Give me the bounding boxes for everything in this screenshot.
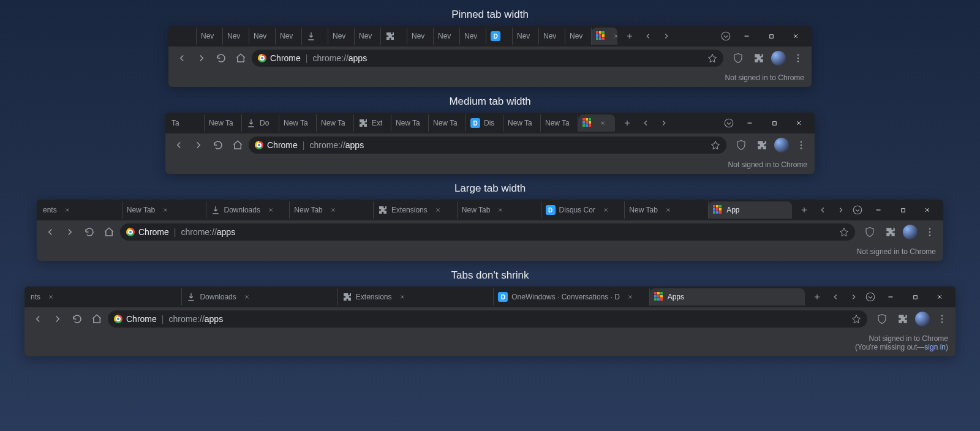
tab[interactable]: ents <box>42 201 123 219</box>
bookmark-star-icon[interactable] <box>851 314 861 324</box>
tab[interactable]: D Disqus Cor <box>541 201 625 219</box>
home-button[interactable] <box>229 137 246 154</box>
tab[interactable]: Apps <box>650 288 805 305</box>
tab[interactable]: D Dis <box>466 114 503 132</box>
tab-close-icon[interactable] <box>243 293 251 301</box>
tab-scroll-right[interactable] <box>655 114 673 132</box>
tab-scroll-right[interactable] <box>845 288 862 305</box>
window-maximize[interactable] <box>903 288 927 305</box>
tab-close-icon[interactable] <box>601 206 610 214</box>
menu-button[interactable] <box>921 223 938 241</box>
tab[interactable]: Nev <box>434 28 460 45</box>
back-button[interactable] <box>170 137 187 154</box>
tab-scroll-left[interactable] <box>814 201 831 219</box>
tab[interactable]: New Tab <box>458 201 541 219</box>
tab-close-icon[interactable] <box>496 206 505 214</box>
tab[interactable]: App <box>709 201 792 219</box>
sign-in-link[interactable]: sign in <box>924 343 946 351</box>
home-button[interactable] <box>100 223 118 241</box>
bookmark-star-icon[interactable] <box>707 53 717 63</box>
home-button[interactable] <box>88 310 105 328</box>
address-bar[interactable]: Chrome | chrome://apps <box>252 50 723 67</box>
tab[interactable]: Nev <box>539 28 565 45</box>
tab-scroll-left[interactable] <box>827 288 844 305</box>
tab[interactable]: Extensions <box>338 288 494 305</box>
tab[interactable]: Do <box>242 114 279 132</box>
tab[interactable]: Downloads <box>182 288 337 305</box>
extensions-button[interactable] <box>750 50 767 67</box>
bookmark-star-icon[interactable] <box>710 140 720 150</box>
tab[interactable] <box>592 28 617 45</box>
tab-close-icon[interactable] <box>329 206 337 214</box>
reload-button[interactable] <box>69 310 86 328</box>
window-close[interactable] <box>915 201 940 219</box>
profile-avatar[interactable] <box>771 51 786 66</box>
extensions-button[interactable] <box>882 223 899 241</box>
tab[interactable]: D OneWindows · Conversations · D <box>494 288 649 305</box>
tab-scroll-left[interactable] <box>637 114 654 132</box>
menu-button[interactable] <box>793 137 810 154</box>
tab[interactable]: Nev <box>513 28 539 45</box>
tab-search-button[interactable] <box>862 288 878 305</box>
menu-button[interactable] <box>790 50 807 67</box>
window-close[interactable] <box>786 114 811 132</box>
extensions-button[interactable] <box>753 137 771 154</box>
home-button[interactable] <box>232 50 249 67</box>
window-close[interactable] <box>927 288 952 305</box>
tab[interactable] <box>381 28 407 45</box>
reload-button[interactable] <box>209 137 227 154</box>
new-tab-button[interactable] <box>621 28 638 45</box>
tab-close-icon[interactable] <box>47 293 55 301</box>
tab[interactable] <box>578 114 615 132</box>
tab-close-icon[interactable] <box>612 32 617 40</box>
tab[interactable]: Nev <box>565 28 592 45</box>
tab[interactable]: Nev <box>460 28 486 45</box>
profile-avatar[interactable] <box>903 225 918 239</box>
tab-scroll-right[interactable] <box>832 201 850 219</box>
tab[interactable]: Nev <box>328 28 355 45</box>
tab[interactable]: Nev <box>197 28 223 45</box>
back-button[interactable] <box>29 310 47 328</box>
forward-button[interactable] <box>193 50 210 67</box>
tab-close-icon[interactable] <box>434 206 442 214</box>
profile-avatar[interactable] <box>774 138 789 152</box>
tab[interactable]: New Tab <box>123 201 206 219</box>
ublock-icon[interactable] <box>861 223 878 241</box>
forward-button[interactable] <box>190 137 207 154</box>
back-button[interactable] <box>173 50 190 67</box>
extensions-button[interactable] <box>894 310 911 328</box>
tab-close-icon[interactable] <box>63 206 72 214</box>
tab-close-icon[interactable] <box>626 293 635 301</box>
reload-button[interactable] <box>213 50 230 67</box>
tab[interactable]: Ta <box>170 114 205 132</box>
tab[interactable]: Nev <box>407 28 434 45</box>
tab[interactable]: New Ta <box>279 114 317 132</box>
tab[interactable]: New Tab <box>290 201 374 219</box>
profile-avatar[interactable] <box>915 312 930 326</box>
tab-search-button[interactable] <box>717 28 734 45</box>
tab[interactable] <box>302 28 328 45</box>
address-bar[interactable]: Chrome | chrome://apps <box>120 223 855 241</box>
tab[interactable]: New Tab <box>625 201 709 219</box>
tab[interactable]: New Ta <box>503 114 541 132</box>
new-tab-button[interactable] <box>619 114 636 132</box>
tab-close-icon[interactable] <box>598 119 607 127</box>
tab[interactable] <box>173 28 197 45</box>
tab[interactable]: Downloads <box>206 201 290 219</box>
tab[interactable]: Ext <box>354 114 391 132</box>
tab-close-icon[interactable] <box>161 206 170 214</box>
window-close[interactable] <box>783 28 808 45</box>
window-minimize[interactable] <box>878 288 903 305</box>
address-bar[interactable]: Chrome | chrome://apps <box>108 310 867 328</box>
window-maximize[interactable] <box>762 114 786 132</box>
ublock-icon[interactable] <box>733 137 750 154</box>
tab[interactable]: nts <box>29 288 182 305</box>
tab-close-icon[interactable] <box>664 206 673 214</box>
forward-button[interactable] <box>49 310 66 328</box>
window-maximize[interactable] <box>759 28 783 45</box>
window-minimize[interactable] <box>737 114 762 132</box>
tab[interactable]: Extensions <box>374 201 458 219</box>
new-tab-button[interactable] <box>809 288 826 305</box>
tab[interactable]: Nev <box>223 28 249 45</box>
window-minimize[interactable] <box>866 201 891 219</box>
